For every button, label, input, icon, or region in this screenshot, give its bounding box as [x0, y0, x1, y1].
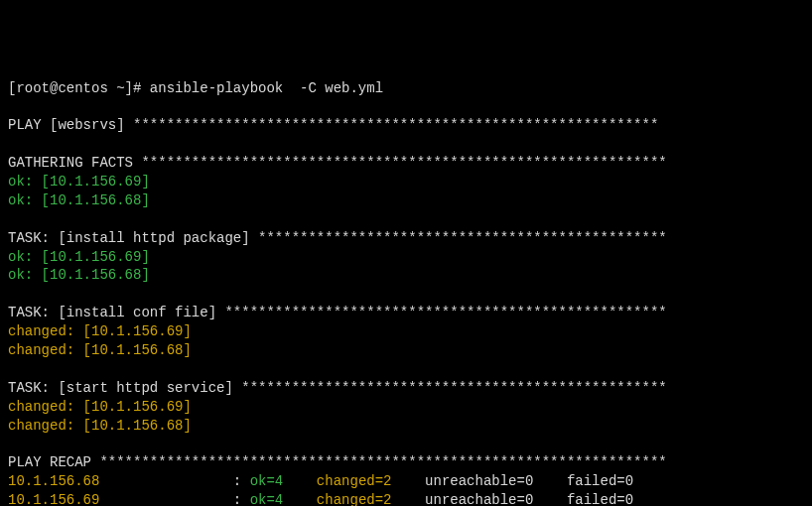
- terminal-output: [root@centos ~]# ansible-playbook -C web…: [8, 79, 804, 506]
- ok-line: ok: [10.1.156.68]: [8, 192, 150, 208]
- recap-sep: :: [224, 473, 249, 489]
- recap-ok: ok=4: [250, 473, 309, 489]
- ok-line: ok: [10.1.156.68]: [8, 267, 150, 283]
- ok-line: ok: [10.1.156.69]: [8, 249, 150, 265]
- shell-prompt-line: [root@centos ~]# ansible-playbook -C web…: [8, 80, 383, 96]
- recap-rest: unreachable=0 failed=0: [417, 492, 633, 506]
- task-install-conf-header: TASK: [install conf file] **************…: [8, 305, 667, 320]
- task-install-httpd-header: TASK: [install httpd package] **********…: [8, 230, 667, 246]
- gathering-facts-header: GATHERING FACTS ************************…: [8, 155, 667, 171]
- play-recap-header: PLAY RECAP *****************************…: [8, 454, 667, 470]
- recap-ok: ok=4: [250, 492, 309, 506]
- changed-line: changed: [10.1.156.68]: [8, 342, 192, 358]
- task-start-service-header: TASK: [start httpd service] ************…: [8, 380, 667, 396]
- changed-line: changed: [10.1.156.69]: [8, 399, 192, 415]
- recap-host: 10.1.156.68: [8, 473, 224, 489]
- ok-line: ok: [10.1.156.69]: [8, 174, 150, 190]
- recap-rest: unreachable=0 failed=0: [417, 473, 633, 489]
- recap-changed: changed=2: [308, 492, 416, 506]
- changed-line: changed: [10.1.156.69]: [8, 323, 192, 339]
- recap-host: 10.1.156.69: [8, 492, 224, 506]
- recap-sep: :: [224, 492, 249, 506]
- play-header: PLAY [websrvs] *************************…: [8, 117, 658, 133]
- changed-line: changed: [10.1.156.68]: [8, 418, 192, 434]
- recap-changed: changed=2: [308, 473, 416, 489]
